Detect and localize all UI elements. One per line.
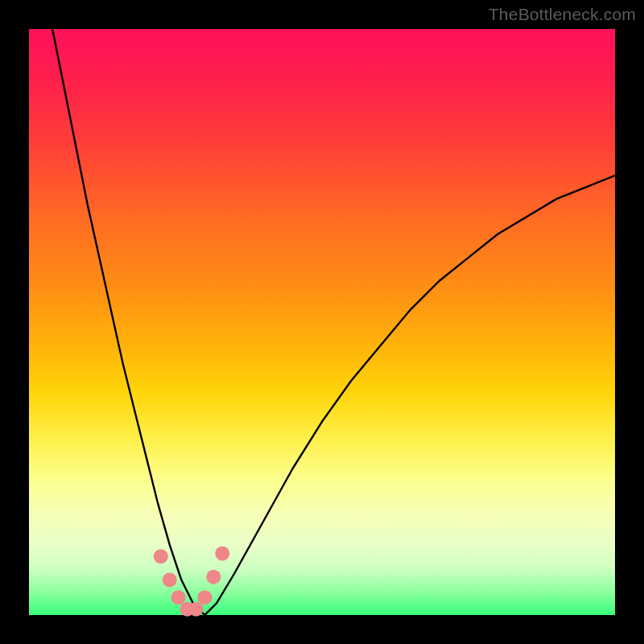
highlight-marker <box>171 590 186 605</box>
highlight-marker <box>154 549 168 564</box>
highlight-marker <box>206 570 221 584</box>
bottleneck-curve-path <box>52 29 615 615</box>
curve-layer <box>29 29 615 615</box>
highlight-marker <box>215 547 229 561</box>
highlight-marker <box>197 590 212 605</box>
watermark-text: TheBottleneck.com <box>489 5 636 24</box>
plot-area <box>29 29 615 615</box>
chart-frame: TheBottleneck.com <box>0 0 644 644</box>
highlight-markers <box>154 547 229 617</box>
bottleneck-curve <box>52 29 615 615</box>
highlight-marker <box>189 602 204 617</box>
highlight-marker <box>163 572 177 587</box>
